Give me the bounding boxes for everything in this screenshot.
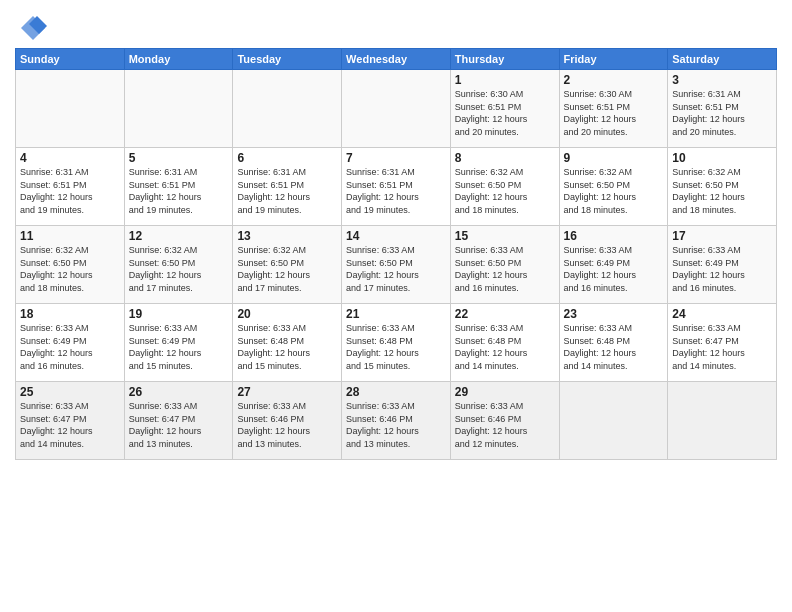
calendar-cell: 24Sunrise: 6:33 AM Sunset: 6:47 PM Dayli… <box>668 304 777 382</box>
day-number: 2 <box>564 73 664 87</box>
day-info: Sunrise: 6:33 AM Sunset: 6:50 PM Dayligh… <box>455 244 555 294</box>
day-number: 23 <box>564 307 664 321</box>
calendar-cell: 8Sunrise: 6:32 AM Sunset: 6:50 PM Daylig… <box>450 148 559 226</box>
day-number: 25 <box>20 385 120 399</box>
calendar-cell: 18Sunrise: 6:33 AM Sunset: 6:49 PM Dayli… <box>16 304 125 382</box>
day-number: 12 <box>129 229 229 243</box>
day-info: Sunrise: 6:32 AM Sunset: 6:50 PM Dayligh… <box>237 244 337 294</box>
day-info: Sunrise: 6:33 AM Sunset: 6:49 PM Dayligh… <box>564 244 664 294</box>
day-info: Sunrise: 6:31 AM Sunset: 6:51 PM Dayligh… <box>237 166 337 216</box>
calendar-cell: 7Sunrise: 6:31 AM Sunset: 6:51 PM Daylig… <box>342 148 451 226</box>
day-number: 22 <box>455 307 555 321</box>
calendar-cell: 12Sunrise: 6:32 AM Sunset: 6:50 PM Dayli… <box>124 226 233 304</box>
day-number: 27 <box>237 385 337 399</box>
calendar-cell: 2Sunrise: 6:30 AM Sunset: 6:51 PM Daylig… <box>559 70 668 148</box>
calendar-week: 25Sunrise: 6:33 AM Sunset: 6:47 PM Dayli… <box>16 382 777 460</box>
logo <box>15 14 47 42</box>
day-number: 14 <box>346 229 446 243</box>
calendar-cell: 3Sunrise: 6:31 AM Sunset: 6:51 PM Daylig… <box>668 70 777 148</box>
day-info: Sunrise: 6:33 AM Sunset: 6:50 PM Dayligh… <box>346 244 446 294</box>
day-number: 13 <box>237 229 337 243</box>
day-info: Sunrise: 6:32 AM Sunset: 6:50 PM Dayligh… <box>455 166 555 216</box>
calendar-cell: 19Sunrise: 6:33 AM Sunset: 6:49 PM Dayli… <box>124 304 233 382</box>
page: SundayMondayTuesdayWednesdayThursdayFrid… <box>0 0 792 612</box>
day-header: Monday <box>124 49 233 70</box>
day-info: Sunrise: 6:30 AM Sunset: 6:51 PM Dayligh… <box>564 88 664 138</box>
day-header: Friday <box>559 49 668 70</box>
day-number: 7 <box>346 151 446 165</box>
logo-icon <box>19 14 47 42</box>
calendar-cell: 27Sunrise: 6:33 AM Sunset: 6:46 PM Dayli… <box>233 382 342 460</box>
header <box>15 10 777 42</box>
day-info: Sunrise: 6:33 AM Sunset: 6:48 PM Dayligh… <box>346 322 446 372</box>
calendar-week: 4Sunrise: 6:31 AM Sunset: 6:51 PM Daylig… <box>16 148 777 226</box>
day-info: Sunrise: 6:33 AM Sunset: 6:47 PM Dayligh… <box>20 400 120 450</box>
calendar-cell: 26Sunrise: 6:33 AM Sunset: 6:47 PM Dayli… <box>124 382 233 460</box>
day-header: Saturday <box>668 49 777 70</box>
day-number: 24 <box>672 307 772 321</box>
day-info: Sunrise: 6:33 AM Sunset: 6:46 PM Dayligh… <box>346 400 446 450</box>
day-info: Sunrise: 6:33 AM Sunset: 6:47 PM Dayligh… <box>129 400 229 450</box>
day-info: Sunrise: 6:31 AM Sunset: 6:51 PM Dayligh… <box>20 166 120 216</box>
day-number: 16 <box>564 229 664 243</box>
day-info: Sunrise: 6:31 AM Sunset: 6:51 PM Dayligh… <box>346 166 446 216</box>
calendar-cell <box>233 70 342 148</box>
day-header: Tuesday <box>233 49 342 70</box>
calendar-cell <box>124 70 233 148</box>
calendar-cell: 17Sunrise: 6:33 AM Sunset: 6:49 PM Dayli… <box>668 226 777 304</box>
day-number: 21 <box>346 307 446 321</box>
day-info: Sunrise: 6:32 AM Sunset: 6:50 PM Dayligh… <box>129 244 229 294</box>
calendar-cell: 10Sunrise: 6:32 AM Sunset: 6:50 PM Dayli… <box>668 148 777 226</box>
day-number: 5 <box>129 151 229 165</box>
day-info: Sunrise: 6:33 AM Sunset: 6:46 PM Dayligh… <box>237 400 337 450</box>
header-row: SundayMondayTuesdayWednesdayThursdayFrid… <box>16 49 777 70</box>
day-info: Sunrise: 6:32 AM Sunset: 6:50 PM Dayligh… <box>564 166 664 216</box>
day-info: Sunrise: 6:33 AM Sunset: 6:49 PM Dayligh… <box>20 322 120 372</box>
calendar-cell: 9Sunrise: 6:32 AM Sunset: 6:50 PM Daylig… <box>559 148 668 226</box>
calendar-cell: 11Sunrise: 6:32 AM Sunset: 6:50 PM Dayli… <box>16 226 125 304</box>
calendar-cell: 21Sunrise: 6:33 AM Sunset: 6:48 PM Dayli… <box>342 304 451 382</box>
day-number: 15 <box>455 229 555 243</box>
calendar-cell: 16Sunrise: 6:33 AM Sunset: 6:49 PM Dayli… <box>559 226 668 304</box>
day-info: Sunrise: 6:33 AM Sunset: 6:49 PM Dayligh… <box>672 244 772 294</box>
calendar-cell: 15Sunrise: 6:33 AM Sunset: 6:50 PM Dayli… <box>450 226 559 304</box>
calendar-table: SundayMondayTuesdayWednesdayThursdayFrid… <box>15 48 777 460</box>
day-number: 29 <box>455 385 555 399</box>
day-info: Sunrise: 6:31 AM Sunset: 6:51 PM Dayligh… <box>129 166 229 216</box>
day-number: 3 <box>672 73 772 87</box>
day-info: Sunrise: 6:33 AM Sunset: 6:48 PM Dayligh… <box>237 322 337 372</box>
day-info: Sunrise: 6:32 AM Sunset: 6:50 PM Dayligh… <box>672 166 772 216</box>
day-info: Sunrise: 6:33 AM Sunset: 6:48 PM Dayligh… <box>564 322 664 372</box>
day-header: Sunday <box>16 49 125 70</box>
day-number: 18 <box>20 307 120 321</box>
calendar-week: 1Sunrise: 6:30 AM Sunset: 6:51 PM Daylig… <box>16 70 777 148</box>
calendar-cell: 29Sunrise: 6:33 AM Sunset: 6:46 PM Dayli… <box>450 382 559 460</box>
calendar-week: 18Sunrise: 6:33 AM Sunset: 6:49 PM Dayli… <box>16 304 777 382</box>
day-number: 26 <box>129 385 229 399</box>
day-number: 4 <box>20 151 120 165</box>
calendar-cell <box>342 70 451 148</box>
day-number: 10 <box>672 151 772 165</box>
calendar-cell: 6Sunrise: 6:31 AM Sunset: 6:51 PM Daylig… <box>233 148 342 226</box>
day-info: Sunrise: 6:33 AM Sunset: 6:48 PM Dayligh… <box>455 322 555 372</box>
calendar-cell: 25Sunrise: 6:33 AM Sunset: 6:47 PM Dayli… <box>16 382 125 460</box>
day-info: Sunrise: 6:31 AM Sunset: 6:51 PM Dayligh… <box>672 88 772 138</box>
calendar-cell <box>559 382 668 460</box>
calendar-cell <box>16 70 125 148</box>
day-header: Thursday <box>450 49 559 70</box>
day-info: Sunrise: 6:33 AM Sunset: 6:46 PM Dayligh… <box>455 400 555 450</box>
day-number: 20 <box>237 307 337 321</box>
day-info: Sunrise: 6:32 AM Sunset: 6:50 PM Dayligh… <box>20 244 120 294</box>
calendar-cell <box>668 382 777 460</box>
calendar-cell: 22Sunrise: 6:33 AM Sunset: 6:48 PM Dayli… <box>450 304 559 382</box>
day-number: 28 <box>346 385 446 399</box>
day-header: Wednesday <box>342 49 451 70</box>
calendar-cell: 13Sunrise: 6:32 AM Sunset: 6:50 PM Dayli… <box>233 226 342 304</box>
calendar-cell: 14Sunrise: 6:33 AM Sunset: 6:50 PM Dayli… <box>342 226 451 304</box>
day-info: Sunrise: 6:30 AM Sunset: 6:51 PM Dayligh… <box>455 88 555 138</box>
day-number: 17 <box>672 229 772 243</box>
day-info: Sunrise: 6:33 AM Sunset: 6:49 PM Dayligh… <box>129 322 229 372</box>
day-number: 11 <box>20 229 120 243</box>
calendar-week: 11Sunrise: 6:32 AM Sunset: 6:50 PM Dayli… <box>16 226 777 304</box>
calendar-cell: 23Sunrise: 6:33 AM Sunset: 6:48 PM Dayli… <box>559 304 668 382</box>
